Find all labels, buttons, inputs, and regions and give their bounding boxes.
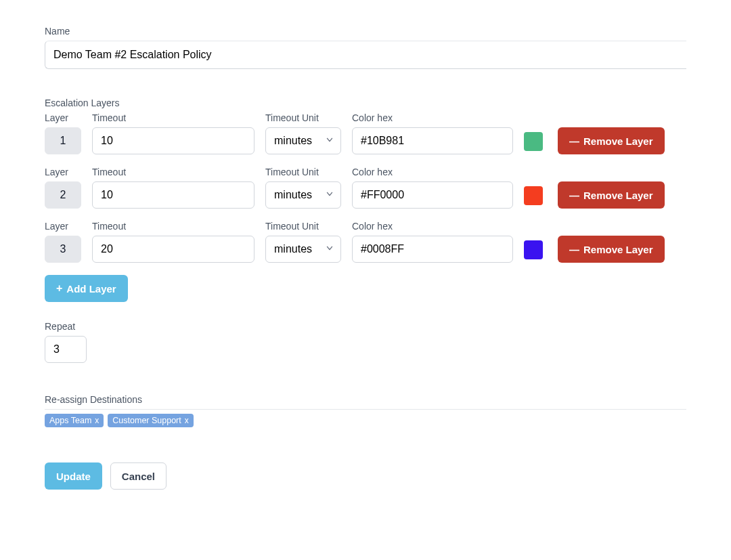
timeout-unit-label: Timeout Unit [265, 167, 341, 177]
layer-row: Layer Timeout Timeout Unit Color hex [45, 112, 686, 154]
layer-number [45, 236, 81, 263]
layer-number [45, 127, 81, 154]
timeout-input[interactable] [92, 181, 254, 209]
remove-layer-button[interactable]: — Remove Layer [558, 127, 665, 154]
update-button[interactable]: Update [45, 462, 102, 490]
timeout-label: Timeout [92, 167, 254, 177]
minus-icon: — [569, 244, 579, 255]
color-swatch [524, 132, 543, 151]
color-hex-input[interactable] [352, 181, 513, 209]
remove-layer-button[interactable]: — Remove Layer [558, 236, 665, 263]
color-hex-input[interactable] [352, 127, 513, 154]
escalation-layers-label: Escalation Layers [45, 98, 686, 108]
color-swatch [524, 240, 543, 259]
timeout-unit-select[interactable] [265, 181, 341, 209]
timeout-unit-label: Timeout Unit [265, 221, 341, 232]
layer-number-label: Layer [45, 112, 81, 123]
cancel-label: Cancel [122, 471, 155, 482]
layer-number-label: Layer [45, 167, 81, 177]
close-icon[interactable]: x [95, 416, 99, 425]
color-hex-label: Color hex [352, 112, 513, 123]
add-layer-label: Add Layer [66, 283, 116, 295]
repeat-label: Repeat [45, 321, 686, 332]
plus-icon: + [56, 283, 62, 294]
color-hex-label: Color hex [352, 167, 513, 177]
timeout-unit-label: Timeout Unit [265, 112, 341, 123]
layer-number [45, 181, 81, 209]
reassign-tag-row[interactable]: Apps Team x Customer Support x [45, 409, 686, 427]
close-icon[interactable]: x [185, 416, 189, 425]
name-label: Name [45, 26, 686, 37]
timeout-unit-select[interactable] [265, 236, 341, 263]
remove-layer-label: Remove Layer [583, 190, 653, 201]
cancel-button[interactable]: Cancel [110, 462, 167, 490]
layer-row: Layer Timeout Timeout Unit Color hex [45, 167, 686, 209]
remove-layer-label: Remove Layer [583, 135, 653, 147]
timeout-unit-select[interactable] [265, 127, 341, 154]
color-swatch [524, 186, 543, 205]
timeout-input[interactable] [92, 127, 254, 154]
reassign-tag[interactable]: Apps Team x [45, 414, 104, 427]
color-hex-input[interactable] [352, 236, 513, 263]
add-layer-button[interactable]: + Add Layer [45, 275, 128, 302]
name-input[interactable] [45, 41, 686, 69]
update-label: Update [56, 471, 91, 482]
remove-layer-label: Remove Layer [583, 244, 653, 255]
reassign-tag-label: Customer Support [112, 416, 181, 425]
layer-number-label: Layer [45, 221, 81, 232]
reassign-tag-label: Apps Team [49, 416, 91, 425]
timeout-label: Timeout [92, 221, 254, 232]
layer-row: Layer Timeout Timeout Unit Color hex [45, 221, 686, 263]
minus-icon: — [569, 135, 579, 147]
timeout-label: Timeout [92, 112, 254, 123]
minus-icon: — [569, 190, 579, 201]
timeout-input[interactable] [92, 236, 254, 263]
remove-layer-button[interactable]: — Remove Layer [558, 181, 665, 209]
repeat-input[interactable] [45, 336, 87, 363]
reassign-label: Re-assign Destinations [45, 394, 686, 405]
reassign-tag[interactable]: Customer Support x [108, 414, 193, 427]
color-hex-label: Color hex [352, 221, 513, 232]
